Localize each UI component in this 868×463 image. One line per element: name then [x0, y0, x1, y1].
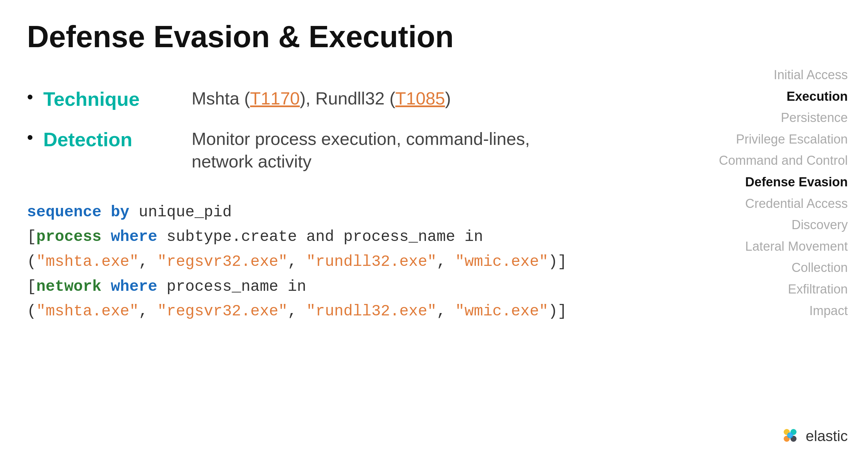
code-line-4: [network where process_name in [27, 275, 715, 300]
sidebar-nav: Initial Access Execution Persistence Pri… [719, 67, 848, 318]
nav-lateral-movement[interactable]: Lateral Movement [745, 239, 848, 254]
kw-where-2: where [111, 278, 157, 296]
str-regsvr-2: "regsvr32.exe" [157, 303, 287, 320]
elastic-icon [780, 426, 800, 446]
nav-execution[interactable]: Execution [786, 89, 848, 104]
nav-command-control[interactable]: Command and Control [719, 153, 848, 168]
nav-collection[interactable]: Collection [791, 260, 848, 276]
detection-bullet: • Detection Monitor process execution, c… [27, 128, 715, 173]
nav-credential-access[interactable]: Credential Access [745, 196, 848, 212]
code-line-3: ("mshta.exe", "regsvr32.exe", "rundll32.… [27, 250, 715, 275]
technique-value: Mshta (T1170), Rundll32 (T1085) [192, 87, 715, 110]
nav-privilege-escalation[interactable]: Privilege Escalation [736, 132, 848, 147]
nav-impact[interactable]: Impact [809, 303, 848, 319]
detection-label: Detection [43, 128, 171, 151]
code-line-2: [process where subtype.create and proces… [27, 225, 715, 250]
page-title: Defense Evasion & Execution [27, 20, 715, 54]
nav-initial-access[interactable]: Initial Access [774, 67, 848, 83]
main-content: Defense Evasion & Execution • Technique … [0, 0, 742, 344]
kw-by: by [111, 204, 129, 221]
kw-where-1: where [111, 228, 157, 246]
kw-network: network [36, 278, 102, 296]
bullet-dot-2: • [27, 128, 33, 146]
kw-process: process [36, 228, 102, 246]
t1170-link[interactable]: T1170 [250, 89, 300, 108]
str-wmic-2: "wmic.exe" [455, 303, 548, 320]
str-regsvr-1: "regsvr32.exe" [157, 253, 287, 271]
elastic-logo: elastic [780, 426, 848, 446]
detection-value: Monitor process execution, command-lines… [192, 128, 715, 173]
bullet-dot-1: • [27, 88, 33, 105]
elastic-logo-text: elastic [806, 428, 848, 444]
bullet-section: • Technique Mshta (T1170), Rundll32 (T10… [27, 87, 715, 173]
str-mshta-2: "mshta.exe" [36, 303, 139, 320]
svg-point-4 [787, 432, 793, 438]
nav-persistence[interactable]: Persistence [781, 110, 848, 126]
str-rundll-1: "rundll32.exe" [306, 253, 436, 271]
nav-exfiltration[interactable]: Exfiltration [788, 282, 848, 297]
str-wmic-1: "wmic.exe" [455, 253, 548, 271]
t1085-link[interactable]: T1085 [395, 89, 445, 108]
code-block: sequence by unique_pid [process where su… [27, 200, 715, 324]
str-mshta-1: "mshta.exe" [36, 253, 139, 271]
code-line-1: sequence by unique_pid [27, 200, 715, 225]
nav-discovery[interactable]: Discovery [791, 217, 848, 233]
code-line-5: ("mshta.exe", "regsvr32.exe", "rundll32.… [27, 299, 715, 324]
nav-defense-evasion[interactable]: Defense Evasion [745, 175, 848, 190]
kw-sequence: sequence [27, 204, 102, 221]
str-rundll-2: "rundll32.exe" [306, 303, 436, 320]
technique-bullet: • Technique Mshta (T1170), Rundll32 (T10… [27, 87, 715, 111]
technique-label: Technique [43, 87, 171, 111]
